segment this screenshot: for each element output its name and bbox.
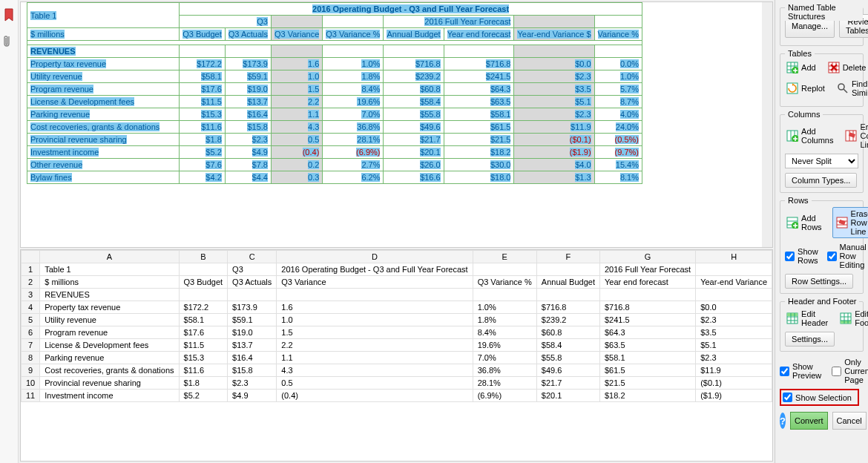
- grid-cell[interactable]: $16.4: [228, 352, 277, 364]
- grid-cell[interactable]: $3.5: [696, 326, 772, 339]
- grid-cell[interactable]: $716.8: [536, 301, 599, 314]
- grid-cell[interactable]: $63.5: [599, 339, 695, 352]
- grid-cell[interactable]: ($1.9): [696, 390, 772, 402]
- grid-cell[interactable]: REVENUES: [40, 289, 179, 301]
- only-current-checkbox[interactable]: Only Current Page: [832, 358, 868, 384]
- grid-cell[interactable]: 1.0: [277, 314, 473, 326]
- col-header[interactable]: D: [277, 251, 473, 263]
- grid-cell[interactable]: [536, 263, 599, 276]
- grid-cell[interactable]: $17.6: [179, 326, 228, 339]
- col-header[interactable]: G: [599, 251, 695, 263]
- grid-cell[interactable]: 1.5: [277, 326, 473, 339]
- row-header[interactable]: 1: [22, 263, 40, 276]
- grid-cell[interactable]: Q3: [228, 263, 277, 276]
- show-selection-checkbox[interactable]: Show Selection: [783, 393, 852, 402]
- grid-cell[interactable]: $2.3: [696, 314, 772, 326]
- col-header[interactable]: C: [228, 251, 277, 263]
- grid-cell[interactable]: $241.5: [599, 314, 695, 326]
- add-table-button[interactable]: Add: [785, 60, 818, 75]
- convert-button[interactable]: Convert: [790, 412, 828, 430]
- row-header[interactable]: 11: [22, 390, 40, 402]
- grid-cell[interactable]: $55.8: [536, 352, 599, 364]
- grid-cell[interactable]: (6.9%): [473, 390, 536, 402]
- grid-cell[interactable]: Provincial revenue sharing: [40, 377, 179, 390]
- grid-cell[interactable]: Cost recoveries, grants & donations: [40, 364, 179, 377]
- grid-cell[interactable]: [696, 263, 772, 276]
- grid-cell[interactable]: Annual Budget: [536, 276, 599, 289]
- cancel-button[interactable]: Cancel: [832, 412, 867, 430]
- grid-cell[interactable]: $239.2: [536, 314, 599, 326]
- grid-cell[interactable]: [473, 289, 536, 301]
- add-columns-button[interactable]: Add Columns: [785, 121, 835, 151]
- grid-cell[interactable]: $20.1: [536, 390, 599, 402]
- row-header[interactable]: 6: [22, 326, 40, 339]
- grid-cell[interactable]: Q3 Budget: [179, 276, 228, 289]
- grid-cell[interactable]: [696, 289, 772, 301]
- grid-cell[interactable]: 1.8%: [473, 314, 536, 326]
- grid-cell[interactable]: Parking revenue: [40, 352, 179, 364]
- grid-cell[interactable]: $18.2: [599, 390, 695, 402]
- preview-pane[interactable]: Table 1 2016 Operating Budget - Q3 and F…: [20, 1, 773, 248]
- grid-cell[interactable]: [179, 263, 228, 276]
- grid-cell[interactable]: $64.3: [599, 326, 695, 339]
- grid-cell[interactable]: Table 1: [40, 263, 179, 276]
- grid-cell[interactable]: $19.0: [228, 326, 277, 339]
- grid-cell[interactable]: $15.8: [228, 364, 277, 377]
- grid-cell[interactable]: License & Development fees: [40, 339, 179, 352]
- hf-settings-button[interactable]: Settings...: [785, 332, 835, 347]
- grid-cell[interactable]: $11.5: [179, 339, 228, 352]
- grid-cell[interactable]: $11.9: [696, 364, 772, 377]
- grid-cell[interactable]: 36.8%: [473, 364, 536, 377]
- grid-cell[interactable]: Q3 Variance %: [473, 276, 536, 289]
- grid-cell[interactable]: $1.8: [179, 377, 228, 390]
- replot-button[interactable]: Replot: [785, 78, 826, 99]
- grid-cell[interactable]: [473, 263, 536, 276]
- grid-cell[interactable]: $61.5: [599, 364, 695, 377]
- grid-cell[interactable]: Utility revenue: [40, 314, 179, 326]
- grid-cell[interactable]: $59.1: [228, 314, 277, 326]
- grid-cell[interactable]: $0.0: [696, 301, 772, 314]
- grid-cell[interactable]: $ millions: [40, 276, 179, 289]
- col-header[interactable]: B: [179, 251, 228, 263]
- row-header[interactable]: 5: [22, 314, 40, 326]
- grid-cell[interactable]: $58.1: [599, 352, 695, 364]
- grid-cell[interactable]: $5.1: [696, 339, 772, 352]
- grid-cell[interactable]: [179, 289, 228, 301]
- split-select[interactable]: Never Split: [785, 154, 858, 168]
- grid-cell[interactable]: $4.9: [228, 390, 277, 402]
- grid-cell[interactable]: $5.2: [179, 390, 228, 402]
- grid-cell[interactable]: 19.6%: [473, 339, 536, 352]
- grid-pane[interactable]: ABCDEFGH 1Table 1Q32016 Operating Budget…: [20, 249, 773, 462]
- find-similar-button[interactable]: Find Similar: [835, 78, 868, 99]
- grid-cell[interactable]: 28.1%: [473, 377, 536, 390]
- grid-cell[interactable]: 4.3: [277, 364, 473, 377]
- grid-cell[interactable]: 0.5: [277, 377, 473, 390]
- row-header[interactable]: 3: [22, 289, 40, 301]
- grid-cell[interactable]: [599, 289, 695, 301]
- preview-vscroll[interactable]: [762, 2, 772, 247]
- col-header[interactable]: E: [473, 251, 536, 263]
- grid-cell[interactable]: $21.5: [599, 377, 695, 390]
- grid-cell[interactable]: $49.6: [536, 364, 599, 377]
- erase-row-button[interactable]: Erase Row Line: [832, 207, 868, 238]
- grid-cell[interactable]: ($0.1): [696, 377, 772, 390]
- grid-cell[interactable]: $21.7: [536, 377, 599, 390]
- erase-column-button[interactable]: Erase Column Line: [844, 121, 868, 151]
- delete-table-button[interactable]: Delete: [826, 60, 868, 75]
- manual-row-checkbox[interactable]: Manual Row Editing: [827, 243, 867, 269]
- add-rows-button[interactable]: Add Rows: [785, 207, 823, 238]
- grid-cell[interactable]: 1.1: [277, 352, 473, 364]
- grid-cell[interactable]: Year end forecast: [599, 276, 695, 289]
- row-header[interactable]: 9: [22, 364, 40, 377]
- row-settings-button[interactable]: Row Settings...: [785, 274, 853, 289]
- col-header[interactable]: A: [40, 251, 179, 263]
- grid-cell[interactable]: $172.2: [179, 301, 228, 314]
- grid-cell[interactable]: $60.8: [536, 326, 599, 339]
- grid-cell[interactable]: Property tax revenue: [40, 301, 179, 314]
- grid-cell[interactable]: (0.4): [277, 390, 473, 402]
- grid-cell[interactable]: $173.9: [228, 301, 277, 314]
- grid-cell[interactable]: Q3 Variance: [277, 276, 473, 289]
- attachment-icon[interactable]: [0, 33, 18, 50]
- bookmark-icon[interactable]: [0, 6, 18, 24]
- show-preview-checkbox[interactable]: Show Preview: [780, 358, 821, 384]
